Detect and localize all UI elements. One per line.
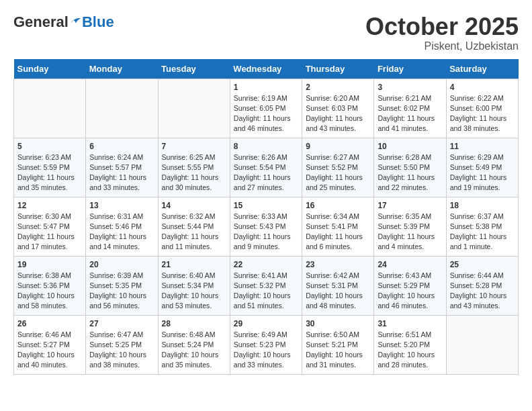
day-number: 3 xyxy=(378,83,442,92)
day-info: Sunrise: 6:23 AM Sunset: 5:59 PM Dayligh… xyxy=(17,152,82,193)
logo-blue: Blue xyxy=(82,13,114,30)
day-number: 30 xyxy=(306,319,370,328)
day-number: 2 xyxy=(306,83,370,92)
calendar-cell: 5Sunrise: 6:23 AM Sunset: 5:59 PM Daylig… xyxy=(14,138,86,197)
calendar-cell: 6Sunrise: 6:24 AM Sunset: 5:57 PM Daylig… xyxy=(86,138,158,197)
calendar-cell: 11Sunrise: 6:29 AM Sunset: 5:49 PM Dayli… xyxy=(446,138,518,197)
calendar-cell: 13Sunrise: 6:31 AM Sunset: 5:46 PM Dayli… xyxy=(86,197,158,256)
day-info: Sunrise: 6:31 AM Sunset: 5:46 PM Dayligh… xyxy=(89,212,154,253)
calendar-cell: 12Sunrise: 6:30 AM Sunset: 5:47 PM Dayli… xyxy=(14,197,86,256)
day-number: 23 xyxy=(306,260,370,269)
day-number: 25 xyxy=(450,260,515,269)
day-number: 28 xyxy=(162,319,226,328)
calendar-cell: 22Sunrise: 6:41 AM Sunset: 5:32 PM Dayli… xyxy=(230,256,302,315)
day-info: Sunrise: 6:32 AM Sunset: 5:44 PM Dayligh… xyxy=(162,212,226,253)
calendar-table: SundayMondayTuesdayWednesdayThursdayFrid… xyxy=(13,59,519,375)
day-info: Sunrise: 6:49 AM Sunset: 5:23 PM Dayligh… xyxy=(234,330,298,371)
calendar-week-row: 1Sunrise: 6:19 AM Sunset: 6:05 PM Daylig… xyxy=(14,79,519,138)
day-info: Sunrise: 6:41 AM Sunset: 5:32 PM Dayligh… xyxy=(234,271,298,312)
calendar-week-row: 12Sunrise: 6:30 AM Sunset: 5:47 PM Dayli… xyxy=(14,197,519,256)
day-number: 26 xyxy=(17,319,82,328)
day-number: 4 xyxy=(450,83,515,92)
logo-general: General xyxy=(13,13,69,30)
calendar-cell: 14Sunrise: 6:32 AM Sunset: 5:44 PM Dayli… xyxy=(158,197,230,256)
day-info: Sunrise: 6:37 AM Sunset: 5:38 PM Dayligh… xyxy=(450,212,515,253)
calendar-cell: 3Sunrise: 6:21 AM Sunset: 6:02 PM Daylig… xyxy=(374,79,446,138)
day-number: 31 xyxy=(378,319,442,328)
calendar-week-row: 5Sunrise: 6:23 AM Sunset: 5:59 PM Daylig… xyxy=(14,138,519,197)
calendar-cell: 30Sunrise: 6:50 AM Sunset: 5:21 PM Dayli… xyxy=(302,315,374,374)
day-info: Sunrise: 6:46 AM Sunset: 5:27 PM Dayligh… xyxy=(17,330,82,371)
day-info: Sunrise: 6:39 AM Sunset: 5:35 PM Dayligh… xyxy=(89,271,154,312)
day-number: 15 xyxy=(234,201,298,210)
day-number: 5 xyxy=(17,142,82,151)
day-info: Sunrise: 6:22 AM Sunset: 6:00 PM Dayligh… xyxy=(450,93,515,134)
day-info: Sunrise: 6:28 AM Sunset: 5:50 PM Dayligh… xyxy=(378,152,442,193)
day-info: Sunrise: 6:30 AM Sunset: 5:47 PM Dayligh… xyxy=(17,212,82,253)
day-number: 17 xyxy=(378,201,442,210)
calendar-cell xyxy=(86,79,158,138)
col-header-wednesday: Wednesday xyxy=(230,59,302,79)
day-number: 20 xyxy=(89,260,154,269)
col-header-saturday: Saturday xyxy=(446,59,518,79)
day-info: Sunrise: 6:51 AM Sunset: 5:20 PM Dayligh… xyxy=(378,330,442,371)
calendar-cell: 31Sunrise: 6:51 AM Sunset: 5:20 PM Dayli… xyxy=(374,315,446,374)
day-number: 10 xyxy=(378,142,442,151)
day-info: Sunrise: 6:29 AM Sunset: 5:49 PM Dayligh… xyxy=(450,152,515,193)
day-info: Sunrise: 6:50 AM Sunset: 5:21 PM Dayligh… xyxy=(306,330,370,371)
day-number: 16 xyxy=(306,201,370,210)
calendar-cell: 10Sunrise: 6:28 AM Sunset: 5:50 PM Dayli… xyxy=(374,138,446,197)
day-info: Sunrise: 6:19 AM Sunset: 6:05 PM Dayligh… xyxy=(234,93,298,134)
title-block: October 2025 Piskent, Uzbekistan xyxy=(365,13,519,52)
day-number: 24 xyxy=(378,260,442,269)
day-info: Sunrise: 6:43 AM Sunset: 5:29 PM Dayligh… xyxy=(378,271,442,312)
day-info: Sunrise: 6:34 AM Sunset: 5:41 PM Dayligh… xyxy=(306,212,370,253)
calendar-cell: 2Sunrise: 6:20 AM Sunset: 6:03 PM Daylig… xyxy=(302,79,374,138)
day-number: 22 xyxy=(234,260,298,269)
calendar-week-row: 26Sunrise: 6:46 AM Sunset: 5:27 PM Dayli… xyxy=(14,315,519,374)
day-info: Sunrise: 6:21 AM Sunset: 6:02 PM Dayligh… xyxy=(378,93,442,134)
calendar-cell: 23Sunrise: 6:42 AM Sunset: 5:31 PM Dayli… xyxy=(302,256,374,315)
day-info: Sunrise: 6:47 AM Sunset: 5:25 PM Dayligh… xyxy=(89,330,154,371)
day-info: Sunrise: 6:42 AM Sunset: 5:31 PM Dayligh… xyxy=(306,271,370,312)
calendar-cell: 1Sunrise: 6:19 AM Sunset: 6:05 PM Daylig… xyxy=(230,79,302,138)
calendar-cell: 20Sunrise: 6:39 AM Sunset: 5:35 PM Dayli… xyxy=(86,256,158,315)
calendar-cell: 19Sunrise: 6:38 AM Sunset: 5:36 PM Dayli… xyxy=(14,256,86,315)
calendar-cell xyxy=(158,79,230,138)
day-number: 27 xyxy=(89,319,154,328)
calendar-cell xyxy=(14,79,86,138)
day-info: Sunrise: 6:48 AM Sunset: 5:24 PM Dayligh… xyxy=(162,330,226,371)
day-number: 6 xyxy=(89,142,154,151)
calendar-cell: 17Sunrise: 6:35 AM Sunset: 5:39 PM Dayli… xyxy=(374,197,446,256)
calendar-cell: 7Sunrise: 6:25 AM Sunset: 5:55 PM Daylig… xyxy=(158,138,230,197)
day-number: 1 xyxy=(234,83,298,92)
day-info: Sunrise: 6:44 AM Sunset: 5:28 PM Dayligh… xyxy=(450,271,515,312)
day-info: Sunrise: 6:20 AM Sunset: 6:03 PM Dayligh… xyxy=(306,93,370,134)
day-info: Sunrise: 6:38 AM Sunset: 5:36 PM Dayligh… xyxy=(17,271,82,312)
calendar-cell: 15Sunrise: 6:33 AM Sunset: 5:43 PM Dayli… xyxy=(230,197,302,256)
calendar-cell xyxy=(446,315,518,374)
col-header-thursday: Thursday xyxy=(302,59,374,79)
calendar-cell: 26Sunrise: 6:46 AM Sunset: 5:27 PM Dayli… xyxy=(14,315,86,374)
calendar-cell: 29Sunrise: 6:49 AM Sunset: 5:23 PM Dayli… xyxy=(230,315,302,374)
day-number: 7 xyxy=(162,142,226,151)
day-number: 19 xyxy=(17,260,82,269)
day-info: Sunrise: 6:26 AM Sunset: 5:54 PM Dayligh… xyxy=(234,152,298,193)
day-info: Sunrise: 6:33 AM Sunset: 5:43 PM Dayligh… xyxy=(234,212,298,253)
page-header: General Blue October 2025 Piskent, Uzbek… xyxy=(13,13,519,52)
calendar-cell: 18Sunrise: 6:37 AM Sunset: 5:38 PM Dayli… xyxy=(446,197,518,256)
day-number: 13 xyxy=(89,201,154,210)
day-number: 29 xyxy=(234,319,298,328)
calendar-cell: 8Sunrise: 6:26 AM Sunset: 5:54 PM Daylig… xyxy=(230,138,302,197)
calendar-cell: 21Sunrise: 6:40 AM Sunset: 5:34 PM Dayli… xyxy=(158,256,230,315)
day-info: Sunrise: 6:27 AM Sunset: 5:52 PM Dayligh… xyxy=(306,152,370,193)
calendar-cell: 24Sunrise: 6:43 AM Sunset: 5:29 PM Dayli… xyxy=(374,256,446,315)
calendar-cell: 4Sunrise: 6:22 AM Sunset: 6:00 PM Daylig… xyxy=(446,79,518,138)
logo: General Blue xyxy=(13,13,114,31)
col-header-sunday: Sunday xyxy=(14,59,86,79)
calendar-cell: 9Sunrise: 6:27 AM Sunset: 5:52 PM Daylig… xyxy=(302,138,374,197)
calendar-cell: 16Sunrise: 6:34 AM Sunset: 5:41 PM Dayli… xyxy=(302,197,374,256)
day-info: Sunrise: 6:40 AM Sunset: 5:34 PM Dayligh… xyxy=(162,271,226,312)
calendar-cell: 25Sunrise: 6:44 AM Sunset: 5:28 PM Dayli… xyxy=(446,256,518,315)
day-number: 11 xyxy=(450,142,515,151)
